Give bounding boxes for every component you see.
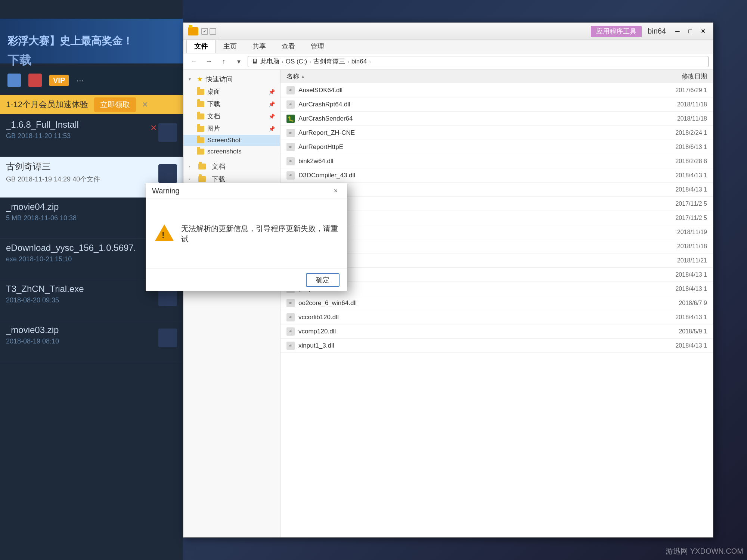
tab-manage[interactable]: 管理 (303, 39, 332, 53)
file-row-18[interactable]: dll vcomp120.dll 2018/5/9 1 (280, 324, 713, 339)
nav-download[interactable]: 下载 📌 (183, 98, 280, 110)
titlebar-cb-1[interactable]: ✓ (201, 28, 208, 35)
dl-item-1-icon (158, 123, 177, 142)
dl-item-2-meta: GB 2018-11-19 14:29 40个文件 (6, 175, 177, 184)
file-row-19[interactable]: dll xinput1_3.dll 2018/4/13 1 (280, 339, 713, 353)
nav-section-docs[interactable]: › 文档 (183, 160, 280, 173)
file-row-16[interactable]: dll oo2core_6_win64.dll 2018/6/7 9 (280, 296, 713, 310)
warning-icon (155, 224, 174, 243)
file-row-2[interactable]: dll AurCrashRpt64.dll 2018/11/18 (280, 97, 713, 112)
dialog-footer: 确定 (146, 268, 347, 291)
tab-home[interactable]: 主页 (216, 39, 245, 53)
close-promo-icon[interactable]: ✕ (142, 100, 148, 109)
file-icon-aur4: dll (286, 143, 295, 151)
vip-badge: VIP (49, 75, 69, 86)
file-icon-vcomp: dll (286, 327, 295, 336)
path-seg-3: 古剑奇谭三 (313, 57, 345, 66)
dialog-titlebar: Warning × (146, 183, 347, 199)
tab-file[interactable]: 文件 (186, 39, 216, 53)
dl-item-5-meta: 2018-08-20 09:35 (6, 296, 177, 304)
nav-documents[interactable]: 文档 📌 (183, 110, 280, 122)
screenshot-folder-icon (197, 137, 204, 143)
promo-bar: 1-12个月会员加速体验 立即领取 ✕ (0, 95, 183, 114)
file-name-aur3: AurReport_ZH-CNE (298, 129, 541, 137)
file-row-5[interactable]: dll AurReportHttpE 2018/6/13 1 (280, 140, 713, 154)
file-date-vccorib: 2018/4/13 1 (545, 314, 707, 321)
file-date-oo2: 2018/6/7 9 (545, 300, 707, 307)
file-date-ansel: 2017/6/29 1 (545, 87, 707, 94)
nav-desktop-label: 桌面 (207, 87, 220, 96)
file-row-17[interactable]: dll vccorlib120.dll 2018/4/13 1 (280, 310, 713, 324)
nav-up-button[interactable]: ↑ (218, 56, 230, 67)
close-button[interactable]: ✕ (697, 27, 709, 35)
nav-sep-1 (183, 157, 280, 160)
tab-view[interactable]: 查看 (274, 39, 303, 53)
file-name-aur1: AurCrashRpt64.dll (298, 101, 541, 108)
nav-pictures[interactable]: 图片 📌 (183, 122, 280, 135)
path-seg-1: 此电脑 (260, 57, 279, 66)
sort-arrow-name: ▲ (301, 74, 305, 79)
more-btn-bg: ··· (76, 75, 84, 85)
path-seg-4: bin64 (351, 58, 367, 65)
file-row-4[interactable]: dll AurReport_ZH-CNE 2018/2/24 1 (280, 126, 713, 140)
explorer-titlebar: ✓ 应用程序工具 bin64 ─ □ ✕ (183, 23, 713, 40)
star-icon: ★ (197, 75, 203, 83)
window-controls: ─ □ ✕ (672, 27, 709, 35)
nav-screenshot-label: ScreenShot (207, 137, 241, 144)
warning-triangle (155, 224, 174, 241)
docs-chevron: › (189, 164, 194, 169)
promo-text: 1-12个月会员加速体验 (6, 99, 88, 110)
minimize-button[interactable]: ─ (672, 27, 683, 35)
dl-chevron: › (189, 177, 194, 182)
dl-item-1-cancel[interactable]: ✕ (150, 123, 157, 133)
bg-toolbar: VIP ··· (0, 67, 183, 93)
nav-pictures-label: 图片 (207, 124, 220, 133)
file-name-xinput: xinput1_3.dll (298, 342, 541, 349)
quick-access-chevron: ▾ (189, 77, 194, 82)
file-icon-oo2: dll (286, 299, 295, 307)
download-title: 下载 (7, 52, 31, 69)
file-date-aur4: 2018/6/13 1 (545, 144, 707, 150)
address-path-bar[interactable]: 🖥 此电脑 › OS (C:) › 古剑奇谭三 › bin64 › (248, 56, 709, 67)
watermark: 游迅网 YXDOWN.COM (666, 546, 743, 556)
dialog-body: 无法解析的更新信息，引导程序更新失败，请重试 (146, 199, 347, 268)
nav-desktop[interactable]: 桌面 📌 (183, 85, 280, 98)
file-date-aur3: 2018/2/24 1 (545, 130, 707, 136)
folder-icon-bg (7, 74, 21, 87)
dialog-ok-button[interactable]: 确定 (306, 273, 340, 287)
file-date-d3d: 2018/4/13 1 (545, 172, 707, 179)
nav-screenshot[interactable]: ScreenShot (183, 135, 280, 146)
screenshots-lower-icon (197, 149, 204, 155)
nav-screenshots-lower[interactable]: screenshots (183, 146, 280, 157)
nav-back-button[interactable]: ← (188, 56, 200, 67)
path-sep-3: › (347, 59, 349, 65)
path-sep-2: › (309, 59, 311, 65)
nav-forward-button[interactable]: → (203, 56, 215, 67)
banner-text: 彩浮大赛】史上最高奖金！ (7, 34, 133, 48)
titlebar-cb-2[interactable] (210, 28, 216, 35)
download-folder-icon (197, 101, 204, 107)
file-date-r10: 2017/11/2 5 (545, 215, 707, 221)
claim-btn[interactable]: 立即领取 (94, 97, 136, 112)
file-row-1[interactable]: dll AnselSDK64.dll 2017/6/29 1 (280, 83, 713, 97)
dl-item-6-meta: 2018-08-19 08:10 (6, 337, 177, 345)
window-title: bin64 (648, 27, 666, 35)
tab-share[interactable]: 共享 (245, 39, 274, 53)
file-icon-d3d: dll (286, 171, 295, 180)
file-date-r8: 2018/4/13 1 (545, 186, 707, 193)
nav-recent-button[interactable]: ▾ (233, 56, 245, 67)
maximize-button[interactable]: □ (685, 27, 696, 35)
file-row-7[interactable]: dll D3DCompiler_43.dll 2018/4/13 1 (280, 168, 713, 183)
file-row-6[interactable]: dll bink2w64.dll 2018/2/28 8 (280, 154, 713, 168)
quick-access-label: 快速访问 (206, 75, 233, 84)
titlebar-folder-icon (188, 27, 198, 35)
file-icon-ansel: dll (286, 86, 295, 94)
file-name-aur4: AurReportHttpE (298, 143, 541, 151)
dialog-close-button[interactable]: × (331, 187, 341, 196)
dl-item-6-name: _movie03.zip (6, 325, 177, 335)
dl-item-1: _1.6.8_Full_Install GB 2018-11-20 11:53 … (0, 116, 183, 157)
nav-quick-access[interactable]: ▾ ★ 快速访问 (183, 73, 280, 85)
file-row-3[interactable]: 🐛 AurCrashSender64 2018/11/18 (280, 112, 713, 126)
desktop-folder-icon (197, 89, 204, 95)
file-icon-aur3: dll (286, 129, 295, 137)
